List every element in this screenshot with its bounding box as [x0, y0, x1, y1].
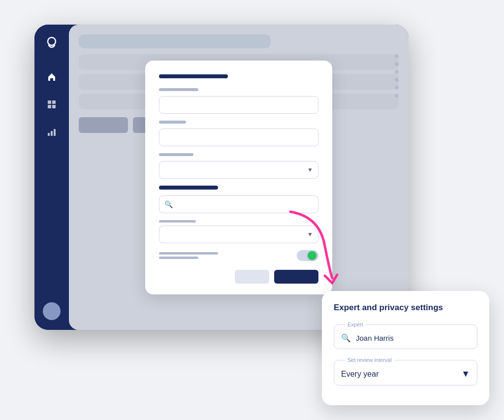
expert-legend: Expert — [345, 322, 366, 327]
toggle-label-group — [159, 252, 218, 259]
toggle-row — [159, 250, 318, 261]
modal-subtitle-1 — [159, 88, 198, 91]
modal-input-2[interactable] — [159, 129, 318, 146]
sidebar-item-grid[interactable] — [44, 97, 60, 112]
svg-point-0 — [48, 37, 56, 45]
section-divider — [159, 186, 218, 190]
modal-subtitle-3 — [159, 153, 193, 156]
main-content: ▼ 🔍 ▼ — [69, 25, 409, 330]
modal-overlay: ▼ 🔍 ▼ — [69, 25, 409, 330]
app-container: ▼ 🔍 ▼ — [34, 25, 409, 330]
chevron-down-icon: ▼ — [461, 369, 470, 379]
toggle-label-main — [159, 252, 218, 255]
user-avatar[interactable] — [43, 302, 61, 320]
toggle-switch[interactable] — [297, 250, 318, 261]
toggle-thumb — [308, 251, 316, 260]
confirm-button[interactable] — [274, 270, 318, 284]
chevron-down-icon: ▼ — [307, 166, 313, 173]
modal-select-1[interactable]: ▼ — [159, 161, 318, 179]
sidebar-item-analytics[interactable] — [44, 124, 60, 140]
review-interval-fieldset[interactable]: Set review interval Every year ▼ — [334, 357, 477, 386]
expert-value: Joan Harris — [356, 334, 394, 342]
search-icon: 🔍 — [164, 200, 173, 208]
svg-rect-6 — [51, 131, 53, 136]
svg-rect-3 — [48, 105, 51, 108]
sidebar-logo — [43, 34, 61, 52]
toggle-label-sub — [159, 257, 198, 259]
svg-rect-2 — [52, 100, 56, 104]
modal-input-1[interactable] — [159, 96, 318, 114]
expert-search-input[interactable]: 🔍 — [159, 195, 318, 213]
chevron-down-icon-2: ▼ — [307, 231, 313, 238]
modal-dialog: ▼ 🔍 ▼ — [145, 61, 332, 294]
modal-select-2[interactable]: ▼ — [159, 226, 318, 243]
search-icon: 🔍 — [341, 333, 351, 343]
sidebar-item-home[interactable] — [44, 69, 60, 85]
svg-rect-1 — [48, 100, 51, 104]
review-interval-value: Every year — [341, 370, 378, 379]
floating-expert-card: Expert and privacy settings Expert 🔍 Joa… — [322, 291, 489, 405]
dropdown-label — [159, 220, 196, 223]
cancel-button[interactable] — [235, 270, 269, 284]
svg-rect-5 — [48, 133, 50, 136]
review-interval-legend: Set review interval — [345, 357, 394, 363]
expert-field-group: Expert 🔍 Joan Harris — [334, 322, 477, 349]
svg-rect-4 — [52, 105, 56, 108]
svg-rect-7 — [54, 129, 56, 136]
modal-subtitle-2 — [159, 121, 186, 124]
expert-fieldset: Expert 🔍 Joan Harris — [334, 322, 477, 349]
sidebar — [34, 25, 69, 330]
review-interval-field-group: Set review interval Every year ▼ — [334, 357, 477, 386]
floating-card-title: Expert and privacy settings — [334, 303, 477, 313]
modal-footer — [159, 270, 318, 284]
modal-title-bar — [159, 74, 228, 78]
